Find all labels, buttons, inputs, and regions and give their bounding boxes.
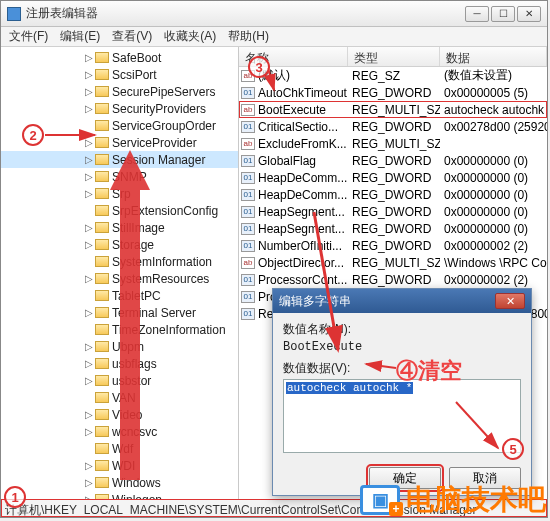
tree-item[interactable]: ▷usbstor [1, 372, 238, 389]
value-row[interactable]: 01HeapDeComm...REG_DWORD0x00000000 (0) [239, 186, 547, 203]
value-row[interactable]: abBootExecuteREG_MULTI_SZautocheck autoc… [239, 101, 547, 118]
value-type-icon: 01 [241, 308, 255, 320]
tree-item[interactable]: ▷Ubpm [1, 338, 238, 355]
value-row[interactable]: 01AutoChkTimeoutREG_DWORD0x00000005 (5) [239, 84, 547, 101]
expand-icon[interactable]: ▷ [83, 307, 95, 318]
tree-item[interactable]: TimeZoneInformation [1, 321, 238, 338]
expand-icon[interactable]: ▷ [83, 171, 95, 182]
tree-item[interactable]: ▷SafeBoot [1, 49, 238, 66]
value-data: 0x00000000 (0) [440, 188, 547, 202]
value-row[interactable]: abObjectDirector...REG_MULTI_SZ\Windows … [239, 254, 547, 271]
expand-icon[interactable]: ▷ [83, 358, 95, 369]
menu-help[interactable]: 帮助(H) [228, 28, 269, 45]
folder-icon [95, 86, 109, 97]
value-data-textarea[interactable]: autocheck autochk * [283, 379, 521, 453]
tree-item[interactable]: ▷Video [1, 406, 238, 423]
tree-item[interactable]: ▷SystemResources [1, 270, 238, 287]
tree-item[interactable]: ▷ServiceProvider [1, 134, 238, 151]
expand-icon[interactable]: ▷ [83, 409, 95, 420]
expand-icon[interactable]: ▷ [83, 103, 95, 114]
expand-icon[interactable]: ▷ [83, 69, 95, 80]
value-name: HeapSegment... [258, 222, 345, 236]
expand-icon[interactable]: ▷ [83, 239, 95, 250]
value-type-icon: 01 [241, 172, 255, 184]
dialog-close-button[interactable]: ✕ [495, 293, 525, 309]
tree-label: SafeBoot [112, 51, 161, 65]
tree-item[interactable]: ▷SecurityProviders [1, 100, 238, 117]
value-row[interactable]: 01NumberOfIniti...REG_DWORD0x00000002 (2… [239, 237, 547, 254]
tree-item[interactable]: ▷Srp [1, 185, 238, 202]
expand-icon[interactable]: ▷ [83, 375, 95, 386]
value-row[interactable]: abExcludeFromK...REG_MULTI_SZ [239, 135, 547, 152]
value-row[interactable]: 01ProcessorCont...REG_DWORD0x00000002 (2… [239, 271, 547, 288]
value-name-field: BootExecute [283, 340, 521, 354]
tree-item[interactable]: ▷ScsiPort [1, 66, 238, 83]
tree-item[interactable]: SystemInformation [1, 253, 238, 270]
tree-item[interactable]: ▷WDI [1, 457, 238, 474]
col-name[interactable]: 名称 [239, 47, 348, 66]
folder-icon [95, 239, 109, 250]
value-type-icon: 01 [241, 223, 255, 235]
value-row[interactable]: 01GlobalFlagREG_DWORD0x00000000 (0) [239, 152, 547, 169]
value-type: REG_DWORD [348, 86, 440, 100]
value-row[interactable]: 01HeapSegment...REG_DWORD0x00000000 (0) [239, 220, 547, 237]
expand-icon[interactable]: ▷ [83, 52, 95, 63]
expand-icon[interactable]: ▷ [83, 460, 95, 471]
tree-item[interactable]: VAN [1, 389, 238, 406]
tree-item[interactable]: ▷Winlogon [1, 491, 238, 499]
tree-item[interactable]: ▷SecurePipeServers [1, 83, 238, 100]
folder-icon [95, 103, 109, 114]
list-header: 名称 类型 数据 [239, 47, 547, 67]
folder-icon [95, 443, 109, 454]
tree-label: ServiceProvider [112, 136, 197, 150]
edit-multistring-dialog: 编辑多字符串 ✕ 数值名称(N): BootExecute 数值数据(V): a… [272, 288, 532, 496]
expand-icon[interactable]: ▷ [83, 477, 95, 488]
tree-item[interactable]: ServiceGroupOrder [1, 117, 238, 134]
col-type[interactable]: 类型 [348, 47, 440, 66]
tree-item[interactable]: ▷wcncsvc [1, 423, 238, 440]
tree-item[interactable]: ▷Storage [1, 236, 238, 253]
menu-file[interactable]: 文件(F) [9, 28, 48, 45]
tree-item[interactable]: ▷Terminal Server [1, 304, 238, 321]
tree-label: TimeZoneInformation [112, 323, 226, 337]
expand-icon[interactable]: ▷ [83, 137, 95, 148]
value-row[interactable]: ab(默认)REG_SZ(数值未设置) [239, 67, 547, 84]
value-type: REG_DWORD [348, 222, 440, 236]
expand-icon[interactable]: ▷ [83, 341, 95, 352]
value-data: 0x00278d00 (2592000) [440, 120, 547, 134]
tree-item[interactable]: ▷Session Manager [1, 151, 238, 168]
tree-item[interactable]: ▷SNMP [1, 168, 238, 185]
value-row[interactable]: 01HeapDeComm...REG_DWORD0x00000000 (0) [239, 169, 547, 186]
minimize-button[interactable]: ─ [465, 6, 489, 22]
menubar: 文件(F) 编辑(E) 查看(V) 收藏夹(A) 帮助(H) [1, 27, 547, 47]
tree-item[interactable]: SrpExtensionConfig [1, 202, 238, 219]
expand-icon[interactable]: ▷ [83, 86, 95, 97]
value-row[interactable]: 01HeapSegment...REG_DWORD0x00000000 (0) [239, 203, 547, 220]
expand-icon[interactable]: ▷ [83, 273, 95, 284]
value-data: 0x00000002 (2) [440, 273, 547, 287]
col-data[interactable]: 数据 [440, 47, 547, 66]
tree-item[interactable]: ▷usbflags [1, 355, 238, 372]
value-row[interactable]: 01CriticalSectio...REG_DWORD0x00278d00 (… [239, 118, 547, 135]
tree-item[interactable]: ▷StillImage [1, 219, 238, 236]
tree-item[interactable]: TabletPC [1, 287, 238, 304]
expand-icon[interactable]: ▷ [83, 154, 95, 165]
expand-icon[interactable]: ▷ [83, 188, 95, 199]
value-type: REG_DWORD [348, 273, 440, 287]
tree-item[interactable]: ▷Windows [1, 474, 238, 491]
expand-icon[interactable]: ▷ [83, 222, 95, 233]
tree-label: SrpExtensionConfig [112, 204, 218, 218]
menu-edit[interactable]: 编辑(E) [60, 28, 100, 45]
close-button[interactable]: ✕ [517, 6, 541, 22]
tree-pane[interactable]: ▷SafeBoot▷ScsiPort▷SecurePipeServers▷Sec… [1, 47, 239, 499]
value-type: REG_MULTI_SZ [348, 256, 440, 270]
expand-icon[interactable]: ▷ [83, 494, 95, 499]
expand-icon[interactable]: ▷ [83, 426, 95, 437]
menu-view[interactable]: 查看(V) [112, 28, 152, 45]
menu-favorites[interactable]: 收藏夹(A) [164, 28, 216, 45]
maximize-button[interactable]: ☐ [491, 6, 515, 22]
value-type-icon: ab [241, 104, 255, 116]
tree-label: Ubpm [112, 340, 144, 354]
tree-item[interactable]: Wdf [1, 440, 238, 457]
value-type-icon: 01 [241, 155, 255, 167]
